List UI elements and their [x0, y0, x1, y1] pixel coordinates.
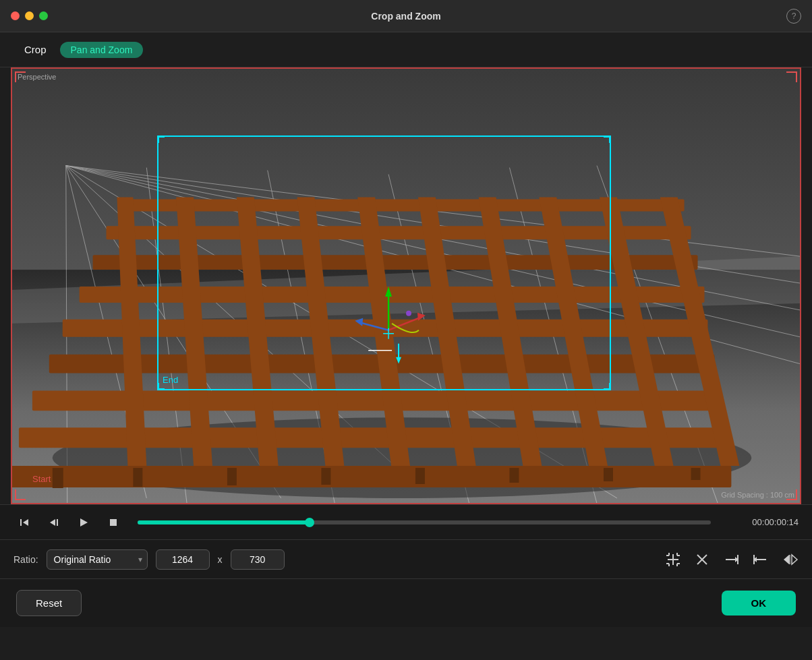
timecode: 00:00:00:14 — [724, 517, 799, 527]
svg-rect-38 — [53, 468, 63, 488]
grid-spacing-label: Grid Spacing : 100 cm — [721, 491, 794, 499]
svg-rect-40 — [227, 468, 237, 485]
timeline-fill — [138, 520, 310, 524]
help-button[interactable]: ? — [786, 9, 801, 24]
tabbar: Crop Pan and Zoom — [0, 32, 812, 67]
svg-rect-26 — [19, 427, 724, 448]
svg-marker-61 — [50, 519, 55, 526]
perspective-label: Perspective — [18, 73, 56, 81]
svg-rect-43 — [509, 468, 519, 483]
playback-controls: 00:00:00:14 — [0, 504, 812, 539]
window-controls — [11, 11, 48, 20]
svg-rect-60 — [57, 519, 58, 526]
timeline-thumb[interactable] — [305, 518, 314, 527]
frame-corner-tr — [786, 71, 797, 82]
frame-corner-bl — [15, 489, 26, 500]
reset-button[interactable]: Reset — [16, 590, 82, 616]
ratio-label: Ratio: — [13, 554, 38, 565]
svg-rect-27 — [12, 466, 731, 487]
titlebar: Crop and Zoom ? — [0, 0, 812, 32]
start-label: Start — [32, 474, 51, 484]
minimize-button[interactable] — [25, 11, 34, 20]
svg-marker-59 — [23, 519, 28, 526]
svg-marker-82 — [784, 555, 789, 564]
crop-corner-br[interactable] — [604, 383, 610, 390]
ok-button[interactable]: OK — [722, 591, 796, 616]
svg-rect-39 — [133, 468, 142, 487]
svg-marker-62 — [80, 518, 88, 527]
step-back-button[interactable] — [13, 512, 35, 533]
ratio-action-icons — [665, 551, 799, 568]
align-left-button[interactable] — [753, 552, 769, 567]
svg-rect-58 — [20, 519, 22, 526]
svg-rect-63 — [110, 519, 117, 526]
crop-corner-tr[interactable] — [604, 136, 610, 143]
play-button[interactable] — [73, 512, 94, 533]
svg-rect-44 — [604, 468, 613, 481]
center-crop-button[interactable] — [665, 551, 681, 568]
svg-rect-41 — [321, 468, 330, 485]
crop-end-label: End — [163, 375, 178, 385]
width-input[interactable] — [156, 549, 210, 570]
svg-rect-45 — [691, 468, 701, 480]
crop-region[interactable]: End — [157, 136, 611, 390]
remove-crop-button[interactable] — [695, 552, 709, 567]
dimension-x-separator: x — [218, 554, 223, 565]
close-button[interactable] — [11, 11, 20, 20]
action-bar: Reset OK — [0, 578, 812, 627]
svg-rect-42 — [415, 468, 425, 484]
video-preview: Perspective Grid Spacing : 100 cm Start … — [11, 67, 801, 504]
timeline[interactable] — [138, 520, 711, 524]
ratio-bar: Ratio: Original Ratio 16:9 4:3 1:1 9:16 … — [0, 539, 812, 578]
maximize-button[interactable] — [39, 11, 48, 20]
align-right-button[interactable] — [723, 552, 739, 567]
ratio-select[interactable]: Original Ratio 16:9 4:3 1:1 9:16 — [47, 549, 148, 570]
crop-corner-tl[interactable] — [158, 136, 165, 143]
stop-button[interactable] — [103, 512, 124, 533]
ratio-select-wrap: Original Ratio 16:9 4:3 1:1 9:16 ▾ — [47, 549, 148, 570]
tab-pan-zoom[interactable]: Pan and Zoom — [60, 42, 144, 58]
window-title: Crop and Zoom — [371, 11, 440, 22]
flip-button[interactable] — [782, 552, 799, 567]
svg-marker-84 — [792, 555, 797, 564]
tab-crop[interactable]: Crop — [24, 40, 47, 59]
play-back-button[interactable] — [43, 512, 65, 533]
height-input[interactable] — [231, 549, 285, 570]
